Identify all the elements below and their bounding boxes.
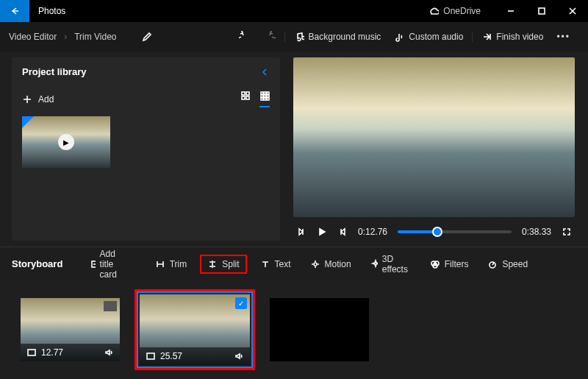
- text-button[interactable]: Text: [254, 256, 297, 272]
- undo-icon[interactable]: [239, 31, 251, 43]
- view-large-icon[interactable]: [240, 91, 251, 107]
- add-title-card-button[interactable]: Add title card: [85, 246, 128, 283]
- clip-duration: 12.77: [41, 347, 63, 358]
- storyboard-title: Storyboard: [12, 258, 62, 269]
- storyboard-empty-slot[interactable]: [270, 298, 369, 361]
- arrow-left-icon: [10, 6, 20, 16]
- preview-panel: 0:12.76 0:38.33: [280, 52, 588, 247]
- play-icon[interactable]: [317, 227, 327, 237]
- filters-icon: [430, 259, 440, 269]
- collapse-icon[interactable]: [259, 67, 270, 77]
- volume-icon[interactable]: [234, 351, 244, 361]
- player-controls: 0:12.76 0:38.33: [293, 217, 575, 247]
- split-icon: [207, 259, 218, 269]
- minimize-button[interactable]: [495, 0, 526, 22]
- clip-icon: [146, 351, 156, 361]
- project-library-title: Project library: [22, 66, 86, 77]
- redo-icon[interactable]: [264, 31, 276, 43]
- breadcrumb-root[interactable]: Video Editor: [9, 32, 57, 42]
- main-area: Project library Add ▶ 0:12.76: [0, 52, 588, 247]
- onedrive-status[interactable]: OneDrive: [429, 6, 495, 16]
- split-button[interactable]: Split: [200, 255, 246, 274]
- frame-back-icon[interactable]: [296, 227, 306, 237]
- svg-rect-6: [264, 92, 266, 94]
- trim-icon: [155, 259, 165, 269]
- title-card-icon: [90, 259, 95, 269]
- speed-button[interactable]: Speed: [481, 256, 534, 272]
- svg-rect-0: [539, 8, 545, 14]
- selected-corner-icon: [22, 116, 34, 128]
- play-overlay-icon: ▶: [58, 134, 74, 150]
- more-icon[interactable]: •••: [556, 32, 570, 42]
- time-total: 0:38.33: [522, 227, 551, 237]
- svg-rect-5: [261, 92, 263, 94]
- chevron-right-icon: ›: [64, 32, 67, 42]
- storyboard-toolbar: Storyboard Add title card Trim Split Tex…: [0, 247, 588, 280]
- clip-icon: [26, 347, 37, 358]
- volume-icon[interactable]: [104, 347, 114, 358]
- maximize-button[interactable]: [526, 0, 557, 22]
- music-icon: [294, 32, 304, 42]
- finish-video-button[interactable]: Finish video: [481, 32, 543, 42]
- maximize-icon: [537, 6, 547, 16]
- view-small-icon[interactable]: [259, 91, 270, 107]
- svg-rect-9: [264, 95, 266, 97]
- audio-icon: [394, 32, 404, 42]
- project-library-panel: Project library Add ▶: [12, 57, 280, 241]
- svg-rect-11: [261, 98, 263, 100]
- frame-forward-icon[interactable]: [337, 227, 348, 237]
- text-icon: [260, 259, 270, 269]
- svg-rect-1: [242, 92, 245, 95]
- minimize-icon: [506, 6, 516, 16]
- storyboard-clip-selected[interactable]: ✓ 25.57: [135, 289, 255, 370]
- svg-rect-20: [28, 350, 35, 355]
- svg-rect-12: [264, 98, 266, 100]
- svg-rect-8: [261, 95, 263, 97]
- motion-button[interactable]: Motion: [304, 256, 357, 272]
- svg-rect-13: [267, 98, 269, 100]
- fullscreen-icon[interactable]: [562, 227, 572, 237]
- svg-rect-4: [246, 96, 249, 99]
- svg-rect-2: [246, 92, 249, 95]
- seek-bar[interactable]: [398, 230, 512, 233]
- svg-rect-7: [267, 92, 269, 94]
- clip-marker-icon: [104, 301, 117, 311]
- sparkle-icon: [370, 259, 378, 269]
- time-current: 0:12.76: [358, 227, 387, 237]
- library-clip-thumbnail[interactable]: ▶: [22, 116, 110, 168]
- video-preview[interactable]: [293, 57, 575, 217]
- speed-icon: [487, 259, 498, 269]
- clip-duration: 25.57: [160, 351, 182, 361]
- svg-point-15: [314, 263, 317, 266]
- filters-button[interactable]: Filters: [424, 256, 475, 272]
- title-bar: Photos OneDrive: [0, 0, 588, 22]
- breadcrumb: Video Editor › Trim Video: [9, 32, 152, 42]
- pencil-icon[interactable]: [142, 32, 152, 42]
- cloud-icon: [429, 6, 439, 16]
- app-title: Photos: [29, 6, 65, 16]
- 3d-effects-button[interactable]: 3D effects: [365, 251, 417, 277]
- add-media-button[interactable]: Add: [22, 94, 54, 105]
- storyboard-track: 12.77 ✓ 25.57: [0, 280, 588, 379]
- svg-rect-3: [242, 96, 245, 99]
- storyboard-clip[interactable]: 12.77: [21, 298, 120, 361]
- check-icon: ✓: [235, 297, 247, 309]
- close-icon: [567, 6, 578, 16]
- custom-audio-button[interactable]: Custom audio: [394, 32, 463, 42]
- export-icon: [481, 32, 492, 42]
- background-music-button[interactable]: Background music: [294, 32, 381, 42]
- view-switch: [240, 91, 270, 107]
- back-button[interactable]: [0, 0, 29, 22]
- trim-button[interactable]: Trim: [149, 256, 193, 272]
- close-button[interactable]: [557, 0, 588, 22]
- breadcrumb-current[interactable]: Trim Video: [74, 32, 116, 42]
- svg-rect-10: [267, 95, 269, 97]
- main-toolbar: Video Editor › Trim Video Background mus…: [0, 22, 588, 52]
- plus-icon: [22, 94, 32, 105]
- svg-rect-21: [147, 353, 154, 359]
- motion-icon: [310, 259, 320, 269]
